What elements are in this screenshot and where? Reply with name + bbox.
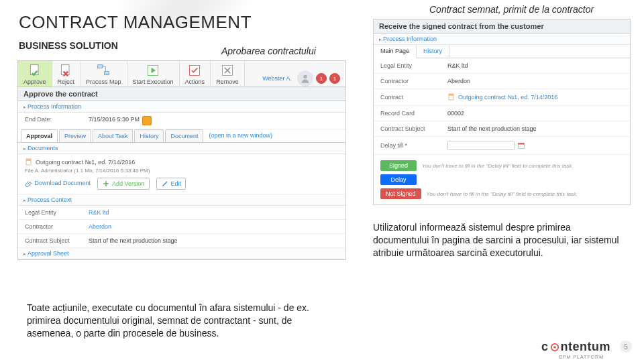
legal-entity-label-r: Legal Entity: [380, 62, 447, 69]
tab-preview[interactable]: Preview: [59, 129, 91, 142]
tab-document[interactable]: Document: [165, 129, 203, 142]
logo: c ntentum: [541, 340, 610, 354]
page-icon: [447, 93, 455, 101]
reject-label: Reject: [58, 78, 75, 85]
approve-contract-panel: Approve Reject Process Map Start Executi…: [17, 60, 346, 260]
remove-label: Remove: [216, 78, 239, 85]
svg-point-7: [303, 75, 307, 78]
remove-icon: [221, 64, 234, 77]
actions-icon: [188, 64, 201, 77]
approval-sheet-subheader[interactable]: Approval Sheet: [18, 248, 345, 259]
process-info-subheader[interactable]: Process Information: [18, 101, 345, 113]
contract-subject-label: Contract Subject: [25, 237, 89, 244]
logo-c: c: [541, 340, 549, 354]
user-name: Webster A.: [262, 75, 292, 82]
svg-rect-3: [105, 72, 109, 75]
record-card-label: Record Card: [380, 110, 447, 117]
start-execution-label: Start Execution: [133, 78, 174, 85]
receive-header: Receive the signed contract from the cus…: [374, 19, 630, 34]
delay-till-label: Delay till *: [380, 142, 447, 149]
contractor-value[interactable]: Aberdon: [89, 223, 111, 230]
delay-till-input[interactable]: [447, 141, 515, 150]
svg-point-15: [553, 346, 556, 349]
avatar[interactable]: [297, 70, 313, 86]
contractor-label-r: Contractor: [380, 78, 447, 84]
legal-entity-value[interactable]: R&K ltd: [89, 209, 109, 216]
toolbar: Approve Reject Process Map Start Executi…: [18, 61, 345, 87]
contract-subject-label-r: Contract Subject: [380, 125, 447, 132]
contractor-label: Contractor: [25, 223, 89, 230]
add-version-label: Add Version: [112, 180, 145, 187]
process-map-icon: [97, 64, 110, 77]
process-context-subheader[interactable]: Process Context: [18, 194, 345, 206]
edit-button[interactable]: Edit: [156, 178, 186, 190]
contract-value-r[interactable]: Outgoing contract №1, ed. 7/14/2016: [458, 94, 557, 101]
download-label: Download Document: [35, 180, 91, 186]
process-map-label: Process Map: [86, 78, 121, 85]
caption-right: Contract semnat, primit de la contractor: [429, 4, 594, 15]
pencil-icon: [161, 180, 169, 188]
process-info-subheader-r[interactable]: Process Information: [374, 34, 630, 45]
not-signed-hint: You don't have to fill in the "Delay til…: [427, 191, 578, 197]
notification-badge-2[interactable]: 1: [329, 73, 340, 84]
approve-icon: [28, 64, 42, 77]
description-left: Toate acțiunile, executate cu documentul…: [27, 302, 335, 340]
end-date-label: End Date:: [25, 116, 89, 125]
start-execution-button[interactable]: Start Execution: [127, 61, 180, 86]
tab-history[interactable]: History: [134, 129, 164, 142]
page-icon: [25, 158, 33, 166]
logo-subtitle: BPM PLATFORM: [559, 355, 604, 359]
gear-icon: [550, 343, 559, 352]
contract-subject-value: Start of the next production stage: [89, 237, 178, 244]
actions-label: Actions: [185, 78, 205, 85]
reject-icon: [59, 64, 72, 77]
not-signed-button[interactable]: Not Signed: [380, 188, 421, 199]
caption-left: Aprobarea contractului: [221, 46, 316, 56]
document-tabs: Approval Preview About Task History Docu…: [18, 129, 345, 143]
signed-button[interactable]: Signed: [380, 160, 417, 171]
signed-hint: You don't have to fill in the "Delay til…: [422, 163, 574, 169]
contract-subject-value-r: Start of the next production stage: [447, 125, 537, 132]
tab-about[interactable]: About Task: [93, 129, 133, 142]
legal-entity-value-r[interactable]: R&K ltd: [447, 62, 468, 69]
document-meta: File A. Administrator (1.1 Mb, 7/14/2016…: [25, 168, 339, 174]
download-link[interactable]: Download Document: [25, 180, 91, 188]
plus-icon: [102, 180, 110, 188]
reject-button[interactable]: Reject: [52, 61, 81, 86]
edit-label: Edit: [171, 180, 182, 187]
svg-rect-9: [26, 159, 31, 161]
svg-rect-11: [449, 94, 453, 96]
logo-rest: ntentum: [561, 340, 611, 354]
documents-subheader[interactable]: Documents: [18, 143, 345, 154]
open-new-window-link[interactable]: (open in a new window): [209, 129, 272, 142]
tab-approval[interactable]: Approval: [21, 129, 58, 142]
start-execution-icon: [146, 64, 160, 77]
description-right: Utilizatorul informează sistemul despre …: [373, 221, 628, 259]
svg-rect-13: [519, 143, 525, 145]
page-subtitle: BUSINESS SOLUTION: [19, 40, 118, 51]
delay-button[interactable]: Delay: [380, 174, 417, 185]
paperclip-icon: [25, 180, 33, 188]
remove-button[interactable]: Remove: [211, 61, 245, 86]
tab-history-r[interactable]: History: [417, 45, 449, 58]
page-title: CONTRACT MANAGEMENT: [19, 12, 252, 33]
legal-entity-label: Legal Entity: [25, 209, 89, 216]
actions-button[interactable]: Actions: [180, 61, 211, 86]
document-title[interactable]: Outgoing contract №1, ed. 7/14/2016: [36, 159, 135, 166]
approve-label: Approve: [23, 78, 46, 85]
add-version-button[interactable]: Add Version: [97, 178, 150, 190]
notification-badge-1[interactable]: 1: [316, 73, 327, 84]
record-card-value[interactable]: 00002: [447, 110, 464, 117]
svg-rect-2: [98, 65, 103, 68]
contractor-value-r[interactable]: Aberdon: [447, 78, 470, 84]
receive-contract-panel: Receive the signed contract from the cus…: [373, 19, 631, 205]
end-date-value: 7/15/2016 5:30 PM: [89, 116, 140, 125]
page-number: 5: [620, 341, 632, 353]
calendar-icon[interactable]: [517, 141, 525, 149]
approve-header: Approve the contract: [18, 87, 345, 101]
contract-label-r: Contract: [380, 94, 447, 101]
approve-button[interactable]: Approve: [18, 61, 52, 86]
clock-icon: [142, 116, 152, 125]
process-map-button[interactable]: Process Map: [80, 61, 127, 86]
tab-main-page[interactable]: Main Page: [374, 45, 417, 58]
